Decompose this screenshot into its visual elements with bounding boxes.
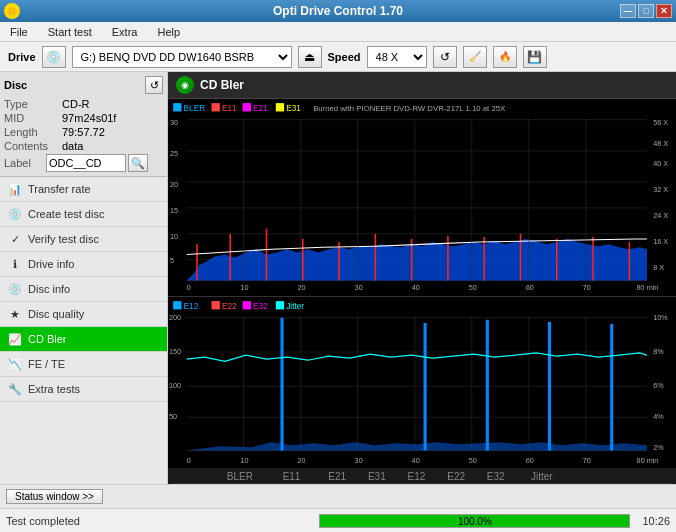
bler-chart: BLER E11 E21 E31 Burned with PIONEER DVD… — [168, 99, 676, 296]
nav-icon-create-test-disc: 💿 — [8, 207, 22, 221]
progress-text: 100.0% — [320, 515, 629, 529]
svg-text:50: 50 — [469, 456, 477, 465]
svg-text:5: 5 — [170, 256, 174, 265]
label-label: Label — [4, 157, 46, 169]
col-header-e12: E12 — [397, 470, 437, 484]
save-button[interactable]: 💾 — [523, 46, 547, 68]
sidebar-item-extra-tests[interactable]: 🔧Extra tests — [0, 377, 167, 402]
svg-text:60: 60 — [526, 283, 534, 292]
svg-text:6%: 6% — [653, 381, 664, 390]
svg-text:200: 200 — [169, 313, 181, 322]
nav-label-disc-quality: Disc quality — [28, 308, 84, 320]
app-icon: 🔆 — [4, 3, 20, 19]
svg-text:30: 30 — [355, 456, 363, 465]
svg-text:E31: E31 — [286, 103, 301, 113]
drive-icon: 💿 — [42, 46, 66, 68]
nav-label-fe-te: FE / TE — [28, 358, 65, 370]
svg-text:Jitter: Jitter — [286, 301, 304, 311]
col-header-e32: E32 — [476, 470, 516, 484]
refresh-drive-button[interactable]: ↺ — [433, 46, 457, 68]
label-input[interactable] — [46, 154, 126, 172]
svg-text:24 X: 24 X — [653, 211, 668, 220]
maximize-button[interactable]: □ — [638, 4, 654, 18]
nav-icon-transfer-rate: 📊 — [8, 182, 22, 196]
col-header-bler: BLER — [214, 470, 266, 484]
svg-text:50: 50 — [169, 412, 177, 421]
disc-panel-title: Disc — [4, 79, 27, 91]
contents-label: Contents — [4, 140, 62, 152]
svg-text:10%: 10% — [653, 313, 668, 322]
sidebar-item-drive-info[interactable]: ℹDrive info — [0, 252, 167, 277]
window-title: Opti Drive Control 1.70 — [273, 4, 403, 18]
chart-header: ◉ CD Bler — [168, 72, 676, 99]
sidebar-item-transfer-rate[interactable]: 📊Transfer rate — [0, 177, 167, 202]
svg-rect-5 — [243, 103, 251, 111]
speed-select[interactable]: 48 X — [367, 46, 427, 68]
drive-bar: Drive 💿 G:) BENQ DVD DD DW1640 BSRB ⏏ Sp… — [0, 42, 676, 72]
nav-label-drive-info: Drive info — [28, 258, 74, 270]
sidebar-item-create-test-disc[interactable]: 💿Create test disc — [0, 202, 167, 227]
sidebar-item-disc-info[interactable]: 💿Disc info — [0, 277, 167, 302]
svg-text:8%: 8% — [653, 347, 664, 356]
menu-help[interactable]: Help — [151, 25, 186, 39]
svg-text:16 X: 16 X — [653, 237, 668, 246]
status-text: Test completed — [6, 515, 315, 527]
svg-text:30: 30 — [355, 283, 363, 292]
svg-rect-63 — [212, 301, 220, 309]
sidebar-item-fe-te[interactable]: 📉FE / TE — [0, 352, 167, 377]
svg-rect-60 — [168, 297, 676, 468]
drive-select[interactable]: G:) BENQ DVD DD DW1640 BSRB — [72, 46, 292, 68]
nav-label-disc-info: Disc info — [28, 283, 70, 295]
svg-text:8 X: 8 X — [653, 263, 664, 272]
menu-start-test[interactable]: Start test — [42, 25, 98, 39]
nav-icon-extra-tests: 🔧 — [8, 382, 22, 396]
nav-icon-disc-info: 💿 — [8, 282, 22, 296]
menu-extra[interactable]: Extra — [106, 25, 144, 39]
svg-text:30: 30 — [170, 118, 178, 127]
sidebar-item-cd-bler[interactable]: 📈CD Bler — [0, 327, 167, 352]
svg-text:E11: E11 — [222, 103, 237, 113]
col-header-jitter: Jitter — [516, 470, 568, 484]
minimize-button[interactable]: — — [620, 4, 636, 18]
progress-bar: 100.0% — [319, 514, 630, 528]
svg-text:80 min: 80 min — [637, 283, 659, 292]
cd-bler-icon: ◉ — [176, 76, 194, 94]
status-window-bar: Status window >> — [0, 484, 676, 508]
status-window-button[interactable]: Status window >> — [6, 489, 103, 504]
svg-text:4%: 4% — [653, 412, 664, 421]
sidebar-item-disc-quality[interactable]: ★Disc quality — [0, 302, 167, 327]
close-button[interactable]: ✕ — [656, 4, 672, 18]
col-header-e22: E22 — [436, 470, 476, 484]
svg-text:10: 10 — [241, 283, 249, 292]
stats-table: BLER E11 E21 E31 E12 E22 E32 Jitter Avg — [172, 470, 672, 484]
svg-text:2%: 2% — [653, 443, 664, 452]
svg-text:70: 70 — [583, 283, 591, 292]
nav-label-cd-bler: CD Bler — [28, 333, 67, 345]
menu-file[interactable]: File — [4, 25, 34, 39]
type-value: CD-R — [62, 98, 90, 110]
eject-button[interactable]: ⏏ — [298, 46, 322, 68]
bler-chart-svg: BLER E11 E21 E31 Burned with PIONEER DVD… — [168, 99, 676, 296]
svg-text:E32: E32 — [253, 301, 268, 311]
window-controls: — □ ✕ — [620, 4, 672, 18]
nav-label-create-test-disc: Create test disc — [28, 208, 104, 220]
col-header-actions — [568, 470, 672, 484]
erase-button[interactable]: 🧹 — [463, 46, 487, 68]
svg-text:15: 15 — [170, 206, 178, 215]
svg-text:E21: E21 — [253, 103, 268, 113]
mid-label: MID — [4, 112, 62, 124]
nav-icon-cd-bler: 📈 — [8, 332, 22, 346]
svg-text:20: 20 — [170, 180, 178, 189]
svg-text:10: 10 — [170, 232, 178, 241]
nav-label-extra-tests: Extra tests — [28, 383, 80, 395]
svg-text:48 X: 48 X — [653, 139, 668, 148]
label-search-button[interactable]: 🔍 — [128, 154, 148, 172]
svg-text:E22: E22 — [222, 301, 237, 311]
length-value: 79:57.72 — [62, 126, 105, 138]
disc-refresh-button[interactable]: ↺ — [145, 76, 163, 94]
svg-text:70: 70 — [583, 456, 591, 465]
status-bar: Test completed 100.0% 10:26 — [0, 508, 676, 532]
stats-area: BLER E11 E21 E31 E12 E22 E32 Jitter Avg — [168, 468, 676, 484]
sidebar-item-verify-test-disc[interactable]: ✓Verify test disc — [0, 227, 167, 252]
burn-button[interactable]: 🔥 — [493, 46, 517, 68]
